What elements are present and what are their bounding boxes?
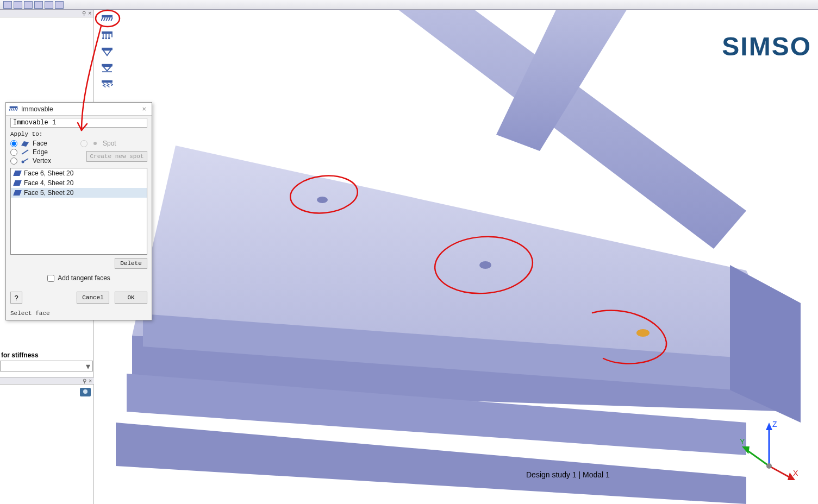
- pinned-tool-icon[interactable]: [101, 29, 114, 41]
- chevron-down-icon: ▾: [86, 361, 90, 371]
- snapshot-icon[interactable]: [80, 388, 91, 396]
- svg-line-40: [9, 108, 10, 111]
- apply-face-label: Face: [33, 140, 47, 147]
- hinge-tool-icon[interactable]: [101, 46, 114, 58]
- svg-marker-13: [766, 423, 772, 430]
- svg-line-22: [106, 17, 108, 21]
- apply-vertex-label: Vertex: [33, 157, 51, 165]
- svg-line-24: [111, 17, 113, 21]
- list-item-label: Face 6, Sheet 20: [24, 169, 73, 177]
- spring-support-tool-icon[interactable]: [101, 78, 114, 90]
- immovable-icon: [9, 105, 18, 113]
- face-icon: [13, 190, 22, 196]
- apply-to-label: Apply to:: [10, 131, 147, 137]
- toolbar-button[interactable]: [14, 1, 22, 9]
- help-button[interactable]: ?: [10, 292, 22, 304]
- svg-line-23: [109, 17, 110, 21]
- svg-line-47: [22, 150, 28, 154]
- svg-line-49: [23, 159, 28, 162]
- pin-icon[interactable]: ⚲: [82, 10, 86, 16]
- svg-line-21: [104, 17, 105, 21]
- svg-line-43: [15, 108, 16, 111]
- toolbar-button[interactable]: [34, 1, 43, 9]
- dialog-title: Immovable: [21, 105, 53, 113]
- dialog-titlebar[interactable]: Immovable ×: [6, 103, 152, 116]
- svg-line-16: [769, 466, 791, 478]
- svg-point-11: [636, 329, 650, 337]
- axis-y-label: Y: [740, 437, 745, 446]
- svg-point-9: [317, 197, 328, 203]
- svg-rect-38: [102, 80, 113, 83]
- ok-button[interactable]: OK: [115, 292, 147, 304]
- svg-rect-39: [10, 106, 18, 108]
- cancel-button[interactable]: Cancel: [77, 292, 109, 304]
- toolbar-button[interactable]: [45, 1, 53, 9]
- svg-marker-15: [742, 446, 750, 454]
- list-item[interactable]: Face 6, Sheet 20: [11, 168, 147, 178]
- list-item-label: Face 4, Sheet 20: [24, 179, 73, 187]
- svg-marker-34: [103, 50, 111, 55]
- svg-line-14: [746, 450, 769, 466]
- apply-vertex-radio[interactable]: Vertex: [10, 157, 77, 165]
- toolbar-button[interactable]: [55, 1, 64, 9]
- face-icon: [13, 180, 22, 186]
- immovable-tool-icon[interactable]: [101, 13, 114, 25]
- constraint-name-input[interactable]: [10, 118, 147, 128]
- svg-rect-19: [102, 15, 113, 18]
- svg-line-44: [16, 108, 17, 111]
- face-icon: [13, 171, 22, 176]
- axis-z-label: Z: [772, 420, 777, 429]
- svg-marker-45: [21, 141, 29, 147]
- axis-triad[interactable]: Z Y X: [736, 417, 802, 482]
- svg-marker-36: [103, 66, 111, 71]
- svg-point-32: [108, 37, 110, 40]
- viewport-3d[interactable]: SIMSO Z Y X Design study 1 | Modal 1: [94, 10, 818, 504]
- close-icon[interactable]: ×: [88, 10, 91, 16]
- brand-logo: SIMSO: [722, 32, 811, 61]
- create-spot-button[interactable]: Create new spot: [86, 151, 147, 162]
- svg-line-41: [11, 108, 12, 111]
- list-item-label: Face 5, Sheet 20: [24, 189, 73, 197]
- svg-rect-25: [102, 32, 113, 34]
- tangent-faces-label: Add tangent faces: [58, 274, 110, 282]
- design-study-label: Design study 1 | Modal 1: [526, 470, 610, 479]
- axis-x-label: X: [793, 469, 798, 477]
- svg-point-30: [102, 37, 104, 40]
- dialog-close-icon[interactable]: ×: [140, 105, 148, 113]
- toolbar-button[interactable]: [3, 1, 12, 9]
- apply-face-radio[interactable]: Face: [10, 140, 77, 147]
- hinge2-tool-icon[interactable]: [101, 62, 114, 74]
- dialog-status: Select face: [6, 308, 152, 320]
- constraint-tool-stack: [101, 13, 117, 90]
- selection-list[interactable]: Face 6, Sheet 20 Face 4, Sheet 20 Face 5…: [10, 168, 147, 255]
- close-icon[interactable]: ×: [89, 378, 92, 384]
- immovable-dialog: Immovable × Apply to: Face Spot: [5, 102, 152, 320]
- stiffness-dropdown[interactable]: ▾: [0, 361, 93, 371]
- apply-spot-label: Spot: [103, 140, 116, 147]
- svg-line-42: [13, 108, 14, 111]
- stiffness-section-label: for stiffness: [0, 351, 94, 360]
- apply-spot-radio[interactable]: Spot: [80, 140, 147, 147]
- apply-edge-label: Edge: [33, 148, 48, 156]
- toolbar-button[interactable]: [24, 1, 33, 9]
- svg-point-31: [105, 37, 107, 40]
- list-item[interactable]: Face 4, Sheet 20: [11, 178, 147, 188]
- tangent-faces-checkbox[interactable]: [47, 275, 54, 282]
- top-toolbar: [0, 0, 818, 10]
- svg-point-18: [766, 463, 772, 469]
- svg-line-20: [101, 17, 103, 21]
- pin-icon[interactable]: ⚲: [83, 378, 86, 384]
- list-item[interactable]: Face 5, Sheet 20: [11, 188, 147, 198]
- svg-point-46: [93, 142, 97, 145]
- svg-point-10: [479, 261, 491, 269]
- delete-button[interactable]: Delete: [115, 258, 147, 269]
- apply-edge-radio[interactable]: Edge: [10, 148, 77, 156]
